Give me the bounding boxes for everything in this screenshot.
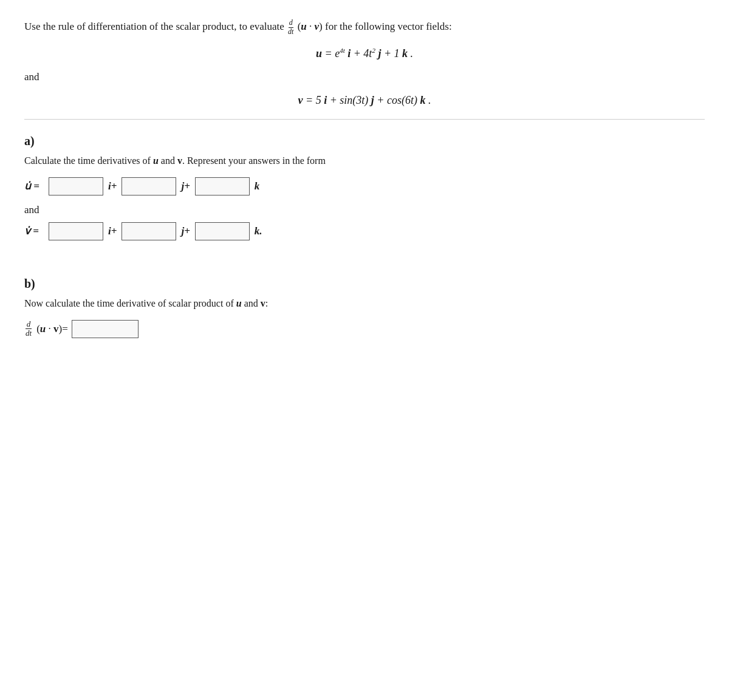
expression-label: (u · v) for the following vector fields: [298, 21, 452, 32]
section-divider [24, 119, 705, 120]
v-dot-row: v̇ = i+ j+ k. [24, 222, 705, 240]
part-b-instruction: Now calculate the time derivative of sca… [24, 298, 705, 309]
part-a-instruction: Calculate the time derivatives of u and … [24, 155, 705, 166]
instruction-text: Use the rule of differentiation of the s… [24, 21, 284, 32]
v-dot-k-unit: k. [255, 225, 262, 237]
part-b-fraction: d dt [24, 320, 33, 338]
part-b-label: b) [24, 277, 705, 291]
part-b-expression-row: d dt (u · v)= [24, 320, 705, 338]
v-dot-j-unit: j+ [181, 225, 190, 237]
u-dot-i-input[interactable] [49, 177, 103, 195]
u-dot-j-input[interactable] [122, 177, 176, 195]
v-dot-label: v̇ = [24, 225, 44, 237]
u-dot-row: u̇ = i+ j+ k [24, 177, 705, 195]
v-dot-k-input[interactable] [195, 222, 250, 240]
part-b-answer-input[interactable] [72, 320, 139, 338]
u-dot-j-unit: j+ [181, 180, 190, 192]
vector-u-display: u = e4t i + 4t2 j + 1 k . [24, 47, 705, 60]
part-a-label: a) [24, 134, 705, 148]
v-dot-j-input[interactable] [122, 222, 176, 240]
derivative-fraction: d dt [287, 19, 294, 35]
and-connector-top: and [24, 71, 705, 83]
v-dot-i-input[interactable] [49, 222, 103, 240]
u-dot-i-unit: i+ [108, 180, 117, 192]
and-connector-middle: and [24, 204, 705, 216]
vector-v-display: v = 5 i + sin(3t) j + cos(6t) k . [24, 94, 705, 107]
u-dot-k-unit: k [255, 180, 260, 192]
part-b-expression-label: (u · v)= [36, 323, 68, 335]
problem-header: Use the rule of differentiation of the s… [24, 18, 705, 36]
u-dot-k-input[interactable] [195, 177, 250, 195]
u-dot-label: u̇ = [24, 180, 44, 192]
v-dot-i-unit: i+ [108, 225, 117, 237]
